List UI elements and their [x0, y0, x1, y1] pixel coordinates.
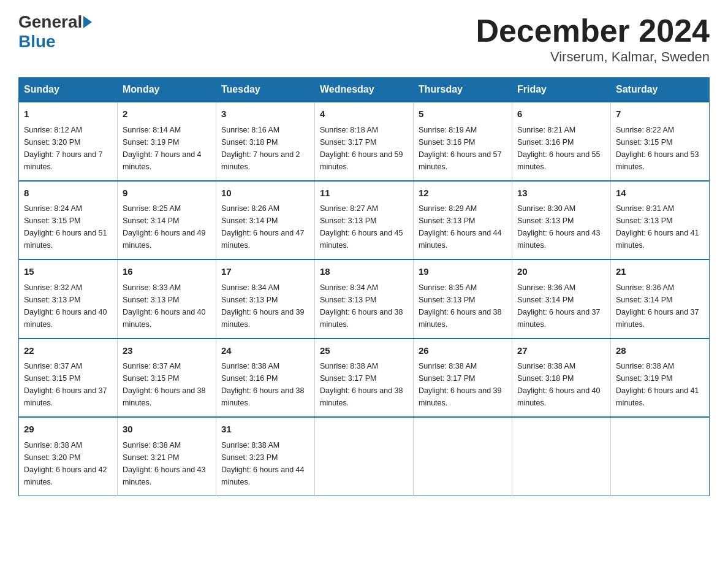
calendar-header-sunday: Sunday [19, 78, 118, 102]
day-info: Sunrise: 8:33 AMSunset: 3:13 PMDaylight:… [123, 283, 206, 329]
day-number: 15 [24, 265, 112, 279]
day-number: 10 [221, 186, 309, 201]
calendar-cell: 7 Sunrise: 8:22 AMSunset: 3:15 PMDayligh… [611, 102, 710, 181]
calendar-week-row: 29 Sunrise: 8:38 AMSunset: 3:20 PMDaylig… [19, 417, 710, 496]
day-number: 17 [221, 265, 309, 279]
calendar-week-row: 8 Sunrise: 8:24 AMSunset: 3:15 PMDayligh… [19, 181, 710, 260]
day-number: 29 [24, 423, 112, 437]
day-info: Sunrise: 8:31 AMSunset: 3:13 PMDaylight:… [616, 204, 699, 250]
day-number: 6 [517, 107, 605, 121]
calendar-cell: 16 Sunrise: 8:33 AMSunset: 3:13 PMDaylig… [118, 259, 216, 339]
calendar-cell: 3 Sunrise: 8:16 AMSunset: 3:18 PMDayligh… [216, 102, 315, 181]
day-info: Sunrise: 8:19 AMSunset: 3:16 PMDaylight:… [419, 126, 502, 171]
day-info: Sunrise: 8:14 AMSunset: 3:19 PMDaylight:… [123, 126, 202, 171]
calendar-cell: 31 Sunrise: 8:38 AMSunset: 3:23 PMDaylig… [216, 417, 315, 496]
logo: General Blue [18, 12, 92, 52]
logo-arrow-icon [83, 16, 92, 28]
calendar-cell: 10 Sunrise: 8:26 AMSunset: 3:14 PMDaylig… [216, 181, 315, 260]
day-info: Sunrise: 8:38 AMSunset: 3:16 PMDaylight:… [221, 362, 305, 407]
day-number: 13 [517, 186, 605, 201]
day-number: 19 [419, 265, 507, 279]
day-number: 24 [221, 344, 309, 358]
calendar-cell [611, 417, 710, 496]
day-info: Sunrise: 8:25 AMSunset: 3:14 PMDaylight:… [123, 204, 206, 250]
calendar-cell: 28 Sunrise: 8:38 AMSunset: 3:19 PMDaylig… [611, 339, 710, 418]
day-info: Sunrise: 8:34 AMSunset: 3:13 PMDaylight:… [221, 283, 305, 329]
calendar-cell: 8 Sunrise: 8:24 AMSunset: 3:15 PMDayligh… [19, 181, 118, 260]
day-number: 23 [123, 344, 211, 358]
title-block: December 2024 Virserum, Kalmar, Sweden [476, 12, 710, 65]
day-info: Sunrise: 8:37 AMSunset: 3:15 PMDaylight:… [24, 362, 107, 407]
day-info: Sunrise: 8:38 AMSunset: 3:19 PMDaylight:… [616, 362, 699, 407]
calendar-header-row: SundayMondayTuesdayWednesdayThursdayFrid… [19, 78, 710, 102]
calendar-week-row: 22 Sunrise: 8:37 AMSunset: 3:15 PMDaylig… [19, 339, 710, 418]
calendar-week-row: 15 Sunrise: 8:32 AMSunset: 3:13 PMDaylig… [19, 259, 710, 339]
day-number: 1 [24, 107, 112, 121]
calendar-cell: 6 Sunrise: 8:21 AMSunset: 3:16 PMDayligh… [512, 102, 611, 181]
day-info: Sunrise: 8:22 AMSunset: 3:15 PMDaylight:… [616, 126, 699, 171]
day-number: 21 [616, 265, 704, 279]
day-number: 30 [123, 423, 211, 437]
day-number: 28 [616, 344, 704, 358]
day-number: 8 [24, 186, 112, 201]
day-info: Sunrise: 8:12 AMSunset: 3:20 PMDaylight:… [24, 126, 103, 171]
day-info: Sunrise: 8:16 AMSunset: 3:18 PMDaylight:… [221, 126, 300, 171]
calendar-week-row: 1 Sunrise: 8:12 AMSunset: 3:20 PMDayligh… [19, 102, 710, 181]
calendar-cell: 4 Sunrise: 8:18 AMSunset: 3:17 PMDayligh… [315, 102, 414, 181]
day-number: 7 [616, 107, 704, 121]
day-info: Sunrise: 8:30 AMSunset: 3:13 PMDaylight:… [517, 204, 601, 250]
day-info: Sunrise: 8:38 AMSunset: 3:17 PMDaylight:… [320, 362, 403, 407]
calendar-cell: 14 Sunrise: 8:31 AMSunset: 3:13 PMDaylig… [611, 181, 710, 260]
day-info: Sunrise: 8:24 AMSunset: 3:15 PMDaylight:… [24, 204, 107, 250]
day-number: 20 [517, 265, 605, 279]
day-number: 18 [320, 265, 408, 279]
day-number: 14 [616, 186, 704, 201]
day-info: Sunrise: 8:38 AMSunset: 3:18 PMDaylight:… [517, 362, 601, 407]
day-number: 27 [517, 344, 605, 358]
day-number: 16 [123, 265, 211, 279]
calendar-cell: 21 Sunrise: 8:36 AMSunset: 3:14 PMDaylig… [611, 259, 710, 339]
calendar-cell: 11 Sunrise: 8:27 AMSunset: 3:13 PMDaylig… [315, 181, 414, 260]
day-info: Sunrise: 8:36 AMSunset: 3:14 PMDaylight:… [616, 283, 699, 329]
day-info: Sunrise: 8:29 AMSunset: 3:13 PMDaylight:… [419, 204, 502, 250]
calendar-cell [315, 417, 414, 496]
day-info: Sunrise: 8:18 AMSunset: 3:17 PMDaylight:… [320, 126, 403, 171]
calendar-cell: 22 Sunrise: 8:37 AMSunset: 3:15 PMDaylig… [19, 339, 118, 418]
calendar-cell: 12 Sunrise: 8:29 AMSunset: 3:13 PMDaylig… [414, 181, 512, 260]
day-number: 31 [221, 423, 309, 437]
calendar-header-thursday: Thursday [414, 78, 512, 102]
day-info: Sunrise: 8:27 AMSunset: 3:13 PMDaylight:… [320, 204, 403, 250]
calendar-cell: 2 Sunrise: 8:14 AMSunset: 3:19 PMDayligh… [118, 102, 216, 181]
calendar-cell: 29 Sunrise: 8:38 AMSunset: 3:20 PMDaylig… [19, 417, 118, 496]
calendar-cell: 17 Sunrise: 8:34 AMSunset: 3:13 PMDaylig… [216, 259, 315, 339]
calendar-cell: 30 Sunrise: 8:38 AMSunset: 3:21 PMDaylig… [118, 417, 216, 496]
day-number: 9 [123, 186, 211, 201]
month-title: December 2024 [476, 12, 710, 49]
logo-blue-text: Blue [18, 32, 56, 52]
day-info: Sunrise: 8:37 AMSunset: 3:15 PMDaylight:… [123, 362, 206, 407]
day-info: Sunrise: 8:32 AMSunset: 3:13 PMDaylight:… [24, 283, 107, 329]
day-info: Sunrise: 8:38 AMSunset: 3:23 PMDaylight:… [221, 441, 305, 486]
calendar-header-saturday: Saturday [611, 78, 710, 102]
calendar-cell [414, 417, 512, 496]
day-info: Sunrise: 8:21 AMSunset: 3:16 PMDaylight:… [517, 126, 601, 171]
day-number: 3 [221, 107, 309, 121]
calendar-header-wednesday: Wednesday [315, 78, 414, 102]
calendar-cell: 20 Sunrise: 8:36 AMSunset: 3:14 PMDaylig… [512, 259, 611, 339]
logo-general-text: General [18, 12, 82, 32]
location-title: Virserum, Kalmar, Sweden [476, 49, 710, 65]
calendar-header-tuesday: Tuesday [216, 78, 315, 102]
day-number: 5 [419, 107, 507, 121]
calendar-cell: 19 Sunrise: 8:35 AMSunset: 3:13 PMDaylig… [414, 259, 512, 339]
calendar-cell: 25 Sunrise: 8:38 AMSunset: 3:17 PMDaylig… [315, 339, 414, 418]
calendar-cell [512, 417, 611, 496]
day-number: 12 [419, 186, 507, 201]
calendar-table: SundayMondayTuesdayWednesdayThursdayFrid… [18, 77, 710, 496]
calendar-cell: 1 Sunrise: 8:12 AMSunset: 3:20 PMDayligh… [19, 102, 118, 181]
day-info: Sunrise: 8:38 AMSunset: 3:20 PMDaylight:… [24, 441, 107, 486]
calendar-cell: 18 Sunrise: 8:34 AMSunset: 3:13 PMDaylig… [315, 259, 414, 339]
day-number: 26 [419, 344, 507, 358]
page-header: General Blue December 2024 Virserum, Kal… [18, 12, 710, 65]
calendar-header-friday: Friday [512, 78, 611, 102]
day-number: 22 [24, 344, 112, 358]
